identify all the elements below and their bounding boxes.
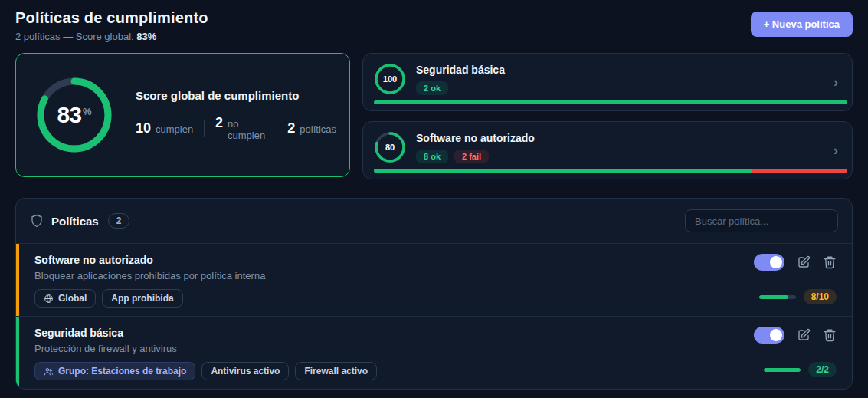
summary-cards: 100 Seguridad básica 2 ok › [362,53,853,179]
summary-progress-bar [374,169,847,173]
edit-icon [797,255,811,269]
subtitle-score: 83% [136,31,156,42]
stat-label: cumplen [156,123,193,135]
top-grid: 83 % Score global de cumplimiento 10 cum… [15,53,853,179]
header-titles: Políticas de cumplimiento 2 políticas — … [15,9,208,42]
policies-panel: Políticas 2 Software no autorizado Bloqu… [15,198,853,390]
toggle-knob [770,256,782,268]
compliance-dashboard: Políticas de cumplimiento 2 políticas — … [0,0,868,390]
stat-value: 10 [136,120,151,137]
mini-score-ring: 100 [374,63,406,95]
tag-grupo: Grupo: Estaciones de trabajo [34,362,195,380]
edit-policy-button[interactable] [797,255,811,269]
tag-antivirus-activo: Antivirus activo [201,362,289,380]
score-percent: 83 [57,102,81,128]
policy-row-controls [754,327,837,344]
policies-count-badge: 2 [108,213,130,229]
meter-fill [764,368,801,372]
mini-score-value: 100 [374,63,406,95]
stat-label: no cumplen [228,118,266,141]
stat-divider [277,120,277,137]
progress-ok-segment [374,169,752,173]
policy-description: Bloquear aplicaciones prohibidas por pol… [34,270,837,281]
trash-icon [823,328,837,342]
policy-tags: Global App prohibida [34,289,837,308]
compliance-ratio-badge: 2/2 [808,362,837,377]
delete-policy-button[interactable] [823,328,837,342]
score-gauge-label: 83 % [34,75,114,155]
ok-badge: 8 ok [416,150,448,163]
tag-label: Grupo: Estaciones de trabajo [58,366,186,377]
shield-icon [30,214,44,228]
page-subtitle: 2 políticas — Score global: 83% [15,31,208,42]
page-title: Políticas de cumplimiento [15,9,208,27]
policy-row-seguridad-basica: Seguridad básica Protección de firewall … [16,316,852,389]
trash-icon [823,255,837,269]
summary-card-title: Software no autorizado [416,132,824,144]
summary-card-main: Software no autorizado 8 ok 2 fail [416,130,824,163]
policy-row-controls [754,254,837,271]
policy-enabled-toggle[interactable] [754,327,784,344]
tag-global: Global [34,289,96,308]
topbar: Políticas de cumplimiento 2 políticas — … [15,9,853,42]
group-icon [44,367,54,377]
summary-card-title: Seguridad básica [416,64,824,76]
badge-row: 8 ok 2 fail [416,150,824,163]
score-card-title: Score global de cumplimiento [136,89,336,102]
score-percent-sign: % [83,106,92,117]
tag-firewall-activo: Firewall activo [295,362,377,380]
policy-title: Software no autorizado [34,254,837,266]
meter-track [764,368,801,372]
toggle-knob [770,329,782,341]
edit-policy-button[interactable] [797,328,811,342]
row-accent-bar [16,317,19,389]
mini-score-ring: 80 [374,131,406,163]
policies-panel-header: Políticas 2 [16,199,852,243]
policy-compliance-meter: 8/10 [759,289,837,304]
ok-badge: 2 ok [416,81,448,95]
tag-label: Antivirus activo [211,366,280,377]
compliance-ratio-badge: 8/10 [804,289,837,304]
new-policy-button[interactable]: + Nueva política [751,12,853,37]
chevron-right-icon[interactable]: › [834,143,838,159]
stat-policies: 2 políticas [287,120,336,137]
edit-icon [797,328,811,342]
policy-tags: Grupo: Estaciones de trabajo Antivirus a… [34,362,837,380]
policy-row-software-no-autorizado: Software no autorizado Bloquear aplicaci… [16,243,852,316]
stat-label: políticas [300,123,336,135]
delete-policy-button[interactable] [823,255,837,269]
summary-card-seguridad-basica[interactable]: 100 Seguridad básica 2 ok › [362,53,853,111]
progress-ok-segment [374,100,847,104]
globe-icon [44,294,54,304]
progress-fail-segment [752,169,847,173]
policies-panel-title: Políticas [51,215,99,228]
summary-card-main: Seguridad básica 2 ok [416,61,824,95]
stat-value: 2 [215,115,223,131]
summary-progress-bar [374,100,847,104]
row-accent-bar [16,244,19,316]
fail-badge: 2 fail [454,150,489,163]
meter-track [759,295,796,299]
meter-fill [759,295,788,299]
subtitle-text: 2 políticas — Score global: [15,31,136,42]
policy-compliance-meter: 2/2 [764,362,837,377]
summary-card-software-no-autorizado[interactable]: 80 Software no autorizado 8 ok 2 fail › [362,121,853,179]
stat-divider [204,120,205,137]
policy-description: Protección de firewall y antivirus [34,343,837,354]
tag-label: Global [58,293,87,304]
policy-enabled-toggle[interactable] [754,254,784,271]
stat-compliant: 10 cumplen [136,120,193,137]
score-gauge: 83 % [34,75,114,155]
mini-score-value: 80 [374,131,406,163]
search-input[interactable] [685,209,838,232]
tag-label: Firewall activo [304,366,368,377]
tag-label: App prohibida [111,293,173,304]
chevron-right-icon[interactable]: › [834,74,838,90]
score-info: Score global de cumplimiento 10 cumplen … [136,89,336,141]
stat-value: 2 [287,120,295,137]
stat-noncompliant: 2 no cumplen [215,115,266,141]
policy-title: Seguridad básica [34,327,837,339]
score-stats: 10 cumplen 2 no cumplen 2 políticas [136,115,336,141]
badge-row: 2 ok [416,81,824,95]
tag-app-prohibida: App prohibida [102,289,182,308]
